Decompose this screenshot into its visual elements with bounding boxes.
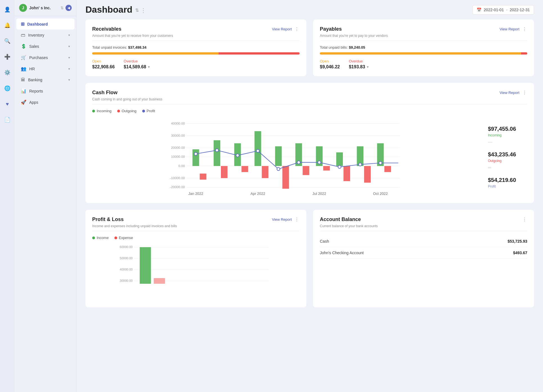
sidebar-item-hr[interactable]: 👥 HR ▾ <box>16 63 74 74</box>
apps-icon: 🚀 <box>21 100 26 105</box>
payables-view-report[interactable]: View Report <box>499 27 519 31</box>
payables-open-value: $9,046.22 <box>320 64 340 69</box>
progress-overdue <box>219 52 300 55</box>
cash-flow-header-right: View Report ⋮ <box>499 90 527 95</box>
sidebar-header: J John' s Inc. ⇅ ◀ <box>15 0 76 16</box>
receivables-subtitle: Amount that you're yet to receive from y… <box>92 34 300 41</box>
open-label: Open <box>92 59 115 63</box>
inventory-icon: 🗃 <box>21 33 25 38</box>
svg-rect-23 <box>282 166 289 189</box>
pl-legend-expense: Expense <box>114 236 133 240</box>
doc-icon[interactable]: 📄 <box>2 115 12 125</box>
sidebar-item-banking[interactable]: 🏛 Banking ▾ <box>16 75 74 85</box>
gear-icon[interactable]: ⚙️ <box>2 67 12 78</box>
nav-toggle-icon[interactable]: ◀ <box>65 5 72 11</box>
payables-header-right: View Report ⋮ <box>499 26 527 32</box>
svg-rect-25 <box>303 166 309 175</box>
plus-circle-icon[interactable]: ➕ <box>2 52 12 62</box>
sidebar-label-reports: Reports <box>29 89 43 93</box>
sidebar-item-apps[interactable]: 🚀 Apps <box>16 97 74 108</box>
receivables-more-icon[interactable]: ⋮ <box>295 26 300 32</box>
sort-arrows-icon[interactable]: ⇅ <box>135 8 139 13</box>
payables-progress <box>320 52 527 55</box>
sidebar-item-dashboard[interactable]: ⊞ Dashboard <box>16 19 74 30</box>
summary-outgoing: $43,235.46 Outgoing ═ <box>488 151 527 170</box>
summary-profit-value: $54,219.60 <box>488 177 527 183</box>
sidebar-controls: ⇅ ◀ <box>60 5 72 11</box>
summary-incoming: $97,455.06 Incoming — <box>488 126 527 145</box>
ab-header: Account Balance ⋮ <box>320 217 527 222</box>
ab-header-right: ⋮ <box>522 217 527 222</box>
sort-icon[interactable]: ⇅ <box>60 6 64 10</box>
receivables-view-report[interactable]: View Report <box>272 27 292 31</box>
chevron-down-icon: ▾ <box>68 33 70 37</box>
pl-more-icon[interactable]: ⋮ <box>295 217 300 222</box>
logo-icon: J <box>19 4 27 12</box>
hr-icon: 👥 <box>21 66 26 71</box>
svg-rect-28 <box>336 152 343 166</box>
sidebar-item-inventory[interactable]: 🗃 Inventory ▾ <box>16 30 74 40</box>
pl-title: Profit & Loss <box>92 217 124 222</box>
open-value: $22,908.66 <box>92 64 115 69</box>
sidebar-item-purchases[interactable]: 🛒 Purchases ▾ <box>16 52 74 63</box>
svg-rect-19 <box>241 166 248 172</box>
summary-incoming-value: $97,455.06 <box>488 126 527 132</box>
income-label: Income <box>97 236 109 240</box>
cash-flow-view-report[interactable]: View Report <box>499 91 519 95</box>
svg-rect-17 <box>221 166 228 178</box>
cash-flow-more-icon[interactable]: ⋮ <box>522 90 527 95</box>
globe-icon[interactable]: 🌐 <box>2 83 12 93</box>
sidebar-label-dashboard: Dashboard <box>27 22 48 26</box>
calendar-icon: 📅 <box>477 8 481 12</box>
svg-text:-20000.00: -20000.00 <box>170 185 185 189</box>
svg-text:40000.00: 40000.00 <box>120 268 133 271</box>
svg-text:10000.00: 10000.00 <box>171 155 185 159</box>
overdue-value: $14,589.68 ▼ <box>124 64 150 69</box>
date-end: 2022-12-31 <box>510 8 530 12</box>
receivables-progress <box>92 52 300 55</box>
banking-icon: 🏛 <box>21 77 25 82</box>
pl-header: Profit & Loss View Report ⋮ <box>92 217 300 222</box>
svg-point-43 <box>379 161 382 165</box>
payables-overdue-dropdown-icon[interactable]: ▼ <box>366 65 369 69</box>
pl-chart: 60000.00 50000.00 40000.00 30000.00 <box>92 244 300 301</box>
payables-amounts: Open $9,046.22 Overdue $193.83 ▼ <box>320 59 527 69</box>
profit-dot <box>142 110 145 112</box>
dashboard-content: Receivables View Report ⋮ Amount that yo… <box>76 19 543 392</box>
ab-more-icon[interactable]: ⋮ <box>522 217 527 222</box>
sidebar-item-reports[interactable]: 📊 Reports <box>16 85 74 96</box>
payables-progress-open <box>320 52 521 55</box>
overdue-dropdown-icon[interactable]: ▼ <box>147 65 150 69</box>
payables-header: Payables View Report ⋮ <box>320 26 527 32</box>
svg-point-36 <box>236 154 239 157</box>
receivables-card: Receivables View Report ⋮ Amount that yo… <box>85 19 306 76</box>
user-icon[interactable]: 👤 <box>2 4 12 15</box>
svg-text:Jul 2022: Jul 2022 <box>313 192 326 196</box>
bell-icon[interactable]: 🔔 <box>2 20 12 30</box>
svg-text:20000.00: 20000.00 <box>171 146 185 150</box>
svg-rect-22 <box>275 146 282 166</box>
payables-open: Open $9,046.22 <box>320 59 340 69</box>
svg-text:30000.00: 30000.00 <box>171 134 185 138</box>
heart-icon[interactable]: ♥ <box>2 99 12 109</box>
sidebar-item-sales[interactable]: 💲 Sales ▾ <box>16 41 74 52</box>
svg-rect-16 <box>214 140 220 166</box>
chevron-down-icon-purchases: ▾ <box>68 56 70 60</box>
sidebar-label-hr: HR <box>29 67 35 71</box>
svg-text:40000.00: 40000.00 <box>171 121 185 125</box>
svg-point-42 <box>359 163 362 166</box>
sidebar-label-inventory: Inventory <box>28 33 44 37</box>
company-name: John' s Inc. <box>29 6 51 10</box>
cash-flow-legend: Incoming Outgoing Profit <box>92 109 527 113</box>
svg-text:Jan 2022: Jan 2022 <box>188 192 203 196</box>
search-icon[interactable]: 🔍 <box>2 36 12 46</box>
ab-subtitle: Current balance of your bank accounts <box>320 224 527 231</box>
date-range-picker[interactable]: 📅 2022-01-01 - 2022-12-31 <box>472 5 534 15</box>
company-logo[interactable]: J John' s Inc. <box>19 4 51 12</box>
more-options-icon[interactable]: ⋮ <box>141 7 146 14</box>
cash-flow-svg: 40000.00 30000.00 20000.00 10000.00 0.00… <box>92 118 483 196</box>
svg-point-35 <box>216 149 219 152</box>
svg-point-39 <box>297 161 300 164</box>
pl-view-report[interactable]: View Report <box>272 217 292 222</box>
payables-more-icon[interactable]: ⋮ <box>522 26 527 32</box>
